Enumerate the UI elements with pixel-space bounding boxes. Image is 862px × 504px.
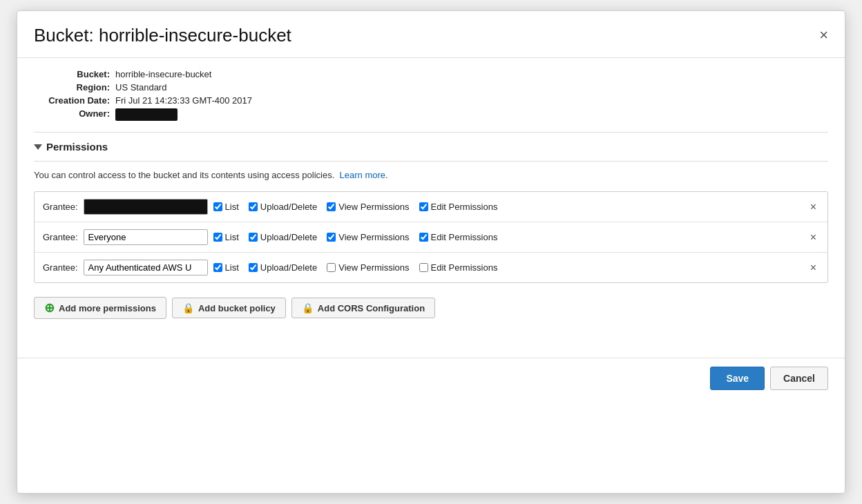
grantee-label-2: Grantee:	[43, 232, 78, 242]
upload-delete-checkbox-item-3[interactable]: Upload/Delete	[249, 262, 317, 273]
delete-row-1-button[interactable]: ×	[807, 201, 819, 213]
list-label-1: List	[225, 202, 239, 212]
add-permissions-button[interactable]: ⊕ Add more permissions	[34, 297, 166, 319]
view-permissions-checkbox-1[interactable]	[327, 202, 336, 211]
cancel-button[interactable]: Cancel	[770, 367, 828, 390]
upload-delete-checkbox-3[interactable]	[249, 263, 258, 272]
upload-delete-label-3: Upload/Delete	[260, 262, 317, 273]
edit-permissions-label-3: Edit Permissions	[431, 262, 498, 273]
period: .	[385, 170, 388, 180]
list-label-2: List	[225, 232, 239, 242]
grantee-row: Grantee: List Upload/Delete View Permiss…	[35, 222, 827, 253]
upload-delete-label-1: Upload/Delete	[260, 202, 317, 212]
list-checkbox-2[interactable]	[213, 233, 222, 242]
grantees-container: Grantee: List Upload/Delete View Permiss…	[34, 191, 828, 283]
grantee-row: Grantee: List Upload/Delete View Permiss…	[35, 192, 827, 222]
view-permissions-label-3: View Permissions	[338, 262, 409, 273]
edit-permissions-checkbox-3[interactable]	[419, 263, 428, 272]
dialog-header: Bucket: horrible-insecure-bucket ×	[17, 11, 845, 58]
grantee-label-3: Grantee:	[43, 262, 78, 273]
permissions-checkboxes-3: List Upload/Delete View Permissions Edit…	[213, 262, 802, 273]
grantee-label-1: Grantee:	[43, 202, 78, 212]
delete-row-2-button[interactable]: ×	[807, 231, 819, 244]
view-permissions-checkbox-item-1[interactable]: View Permissions	[327, 202, 409, 212]
edit-permissions-checkbox-1[interactable]	[419, 202, 428, 211]
permissions-section-header: Permissions	[34, 141, 828, 153]
bucket-info: Bucket: horrible-insecure-bucket Region:…	[34, 69, 828, 121]
edit-permissions-checkbox-item-2[interactable]: Edit Permissions	[419, 232, 498, 242]
permissions-desc-text: You can control access to the bucket and…	[34, 170, 334, 180]
list-checkbox-item-3[interactable]: List	[213, 262, 239, 273]
view-permissions-checkbox-item-2[interactable]: View Permissions	[327, 232, 409, 242]
region-value: US Standard	[115, 82, 828, 93]
dialog-title: Bucket: horrible-insecure-bucket	[34, 25, 291, 46]
view-permissions-checkbox-3[interactable]	[327, 263, 336, 272]
collapse-triangle-icon[interactable]	[34, 144, 42, 150]
edit-permissions-label-1: Edit Permissions	[431, 202, 498, 212]
edit-permissions-checkbox-item-3[interactable]: Edit Permissions	[419, 262, 498, 273]
add-policy-label: Add bucket policy	[198, 303, 276, 313]
dialog-footer: Save Cancel	[17, 358, 845, 398]
edit-permissions-checkbox-item-1[interactable]: Edit Permissions	[419, 202, 498, 212]
add-circle-icon: ⊕	[44, 302, 55, 314]
add-permissions-label: Add more permissions	[59, 303, 156, 313]
bucket-value: horrible-insecure-bucket	[115, 69, 828, 79]
add-bucket-policy-button[interactable]: 🔒 Add bucket policy	[172, 298, 286, 318]
action-buttons: ⊕ Add more permissions 🔒 Add bucket poli…	[34, 297, 828, 319]
owner-value	[115, 108, 828, 121]
view-permissions-label-1: View Permissions	[338, 202, 409, 212]
upload-delete-checkbox-item-1[interactable]: Upload/Delete	[249, 202, 317, 212]
dialog-body: Bucket: horrible-insecure-bucket Region:…	[17, 58, 845, 358]
grantee-input-2[interactable]	[84, 229, 208, 245]
grantee-row: Grantee: List Upload/Delete View Permiss…	[35, 253, 827, 282]
region-label: Region:	[34, 82, 110, 93]
list-checkbox-3[interactable]	[213, 263, 222, 272]
save-button[interactable]: Save	[710, 367, 765, 390]
grantee-input-3[interactable]	[84, 260, 208, 275]
permissions-description: You can control access to the bucket and…	[34, 170, 828, 180]
bucket-label: Bucket:	[34, 69, 110, 79]
upload-delete-checkbox-2[interactable]	[249, 233, 258, 242]
permissions-section-title: Permissions	[46, 141, 108, 153]
creation-label: Creation Date:	[34, 95, 110, 106]
edit-permissions-label-2: Edit Permissions	[431, 232, 498, 242]
policy-icon: 🔒	[182, 302, 194, 313]
bucket-dialog: Bucket: horrible-insecure-bucket × Bucke…	[17, 10, 845, 494]
edit-permissions-checkbox-2[interactable]	[419, 233, 428, 242]
permissions-checkboxes-2: List Upload/Delete View Permissions Edit…	[213, 232, 802, 242]
add-cors-label: Add CORS Configuration	[318, 303, 425, 313]
grantee-input-1[interactable]	[84, 199, 208, 215]
view-permissions-label-2: View Permissions	[338, 232, 409, 242]
delete-row-3-button[interactable]: ×	[807, 262, 819, 274]
owner-label: Owner:	[34, 108, 110, 121]
cors-icon: 🔒	[302, 302, 314, 313]
permissions-checkboxes-1: List Upload/Delete View Permissions Edit…	[213, 202, 802, 212]
close-button[interactable]: ×	[819, 28, 828, 43]
upload-delete-checkbox-1[interactable]	[249, 202, 258, 211]
list-checkbox-item-2[interactable]: List	[213, 232, 239, 242]
list-label-3: List	[225, 262, 239, 273]
list-checkbox-1[interactable]	[213, 202, 222, 211]
section-divider	[34, 132, 828, 133]
upload-delete-checkbox-item-2[interactable]: Upload/Delete	[249, 232, 317, 242]
view-permissions-checkbox-item-3[interactable]: View Permissions	[327, 262, 409, 273]
creation-value: Fri Jul 21 14:23:33 GMT-400 2017	[115, 95, 828, 106]
learn-more-link[interactable]: Learn more	[340, 170, 385, 180]
owner-redacted	[115, 108, 178, 121]
list-checkbox-item-1[interactable]: List	[213, 202, 239, 212]
add-cors-button[interactable]: 🔒 Add CORS Configuration	[291, 298, 435, 318]
section-divider-2	[34, 161, 828, 162]
view-permissions-checkbox-2[interactable]	[327, 233, 336, 242]
upload-delete-label-2: Upload/Delete	[260, 232, 317, 242]
